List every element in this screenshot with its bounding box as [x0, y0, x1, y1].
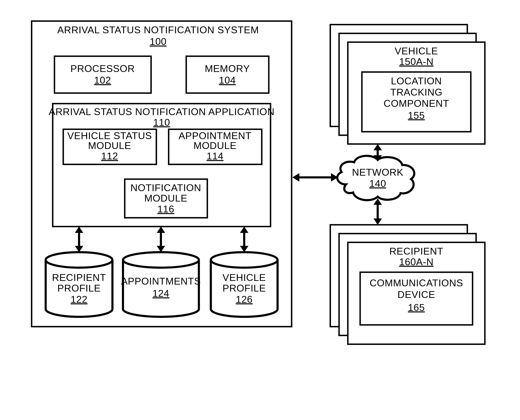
rp-line2: PROFILE [58, 283, 101, 294]
apptm-line2: MODULE [194, 140, 237, 151]
notif-line1: NOTIFICATION [130, 182, 201, 193]
location-tracking-component-box: LOCATION TRACKING COMPONENT 155 [362, 72, 471, 132]
svg-point-8 [123, 252, 199, 268]
ltc-line1: LOCATION [391, 75, 442, 86]
vehicle-stack: VEHICLE 150A-N LOCATION TRACKING COMPONE… [330, 25, 485, 144]
memory-box: MEMORY 104 [186, 56, 269, 93]
application-ref: 110 [153, 117, 170, 128]
svg-marker-35 [374, 218, 382, 225]
svg-point-9 [211, 252, 278, 268]
notif-ref: 116 [157, 203, 174, 215]
system-title: ARRIVAL STATUS NOTIFICATION SYSTEM [57, 24, 259, 35]
arrow-system-network [292, 173, 338, 182]
vsm-line2: MODULE [88, 140, 131, 151]
vehicle-profile-store: VEHICLE PROFILE 126 [211, 252, 278, 317]
memory-ref: 104 [219, 75, 236, 86]
arrow-network-recipient [374, 198, 382, 225]
svg-point-7 [46, 252, 113, 268]
ltc-line2: TRACKING [390, 87, 442, 98]
svg-marker-27 [374, 144, 382, 150]
svg-marker-20 [292, 173, 299, 182]
notif-line2: MODULE [144, 193, 187, 204]
system-ref: 100 [150, 36, 167, 47]
vehicle-ref: 150A-N [399, 56, 434, 67]
application-block: ARRIVAL STATUS NOTIFICATION APPLICATION … [49, 104, 275, 226]
vehicle-status-module-box: VEHICLE STATUS MODULE 112 [63, 129, 156, 165]
appointment-module-box: APPOINTMENT MODULE 114 [169, 129, 262, 165]
apptm-ref: 114 [206, 150, 224, 162]
cd-line2: DEVICE [398, 289, 435, 300]
processor-ref: 102 [94, 75, 111, 86]
vp-ref: 126 [236, 294, 253, 305]
memory-label: MEMORY [205, 63, 250, 74]
appt-ref: 124 [152, 288, 170, 299]
recipient-stack: RECIPIENT 160A-N COMMUNICATIONS DEVICE 1… [330, 225, 485, 344]
diagram-root: ARRIVAL STATUS NOTIFICATION SYSTEM 100 P… [0, 0, 520, 351]
processor-label: PROCESSOR [70, 63, 135, 74]
application-title: ARRIVAL STATUS NOTIFICATION APPLICATION [49, 106, 275, 117]
ltc-line3: COMPONENT [384, 98, 449, 109]
network-ref: 140 [369, 178, 386, 189]
cd-line1: COMMUNICATIONS [370, 278, 463, 288]
appointments-store: APPOINTMENTS 124 [121, 252, 201, 317]
network-label: NETWORK [352, 167, 404, 178]
notification-module-box: NOTIFICATION MODULE 116 [125, 179, 207, 218]
cd-ref: 165 [408, 302, 425, 313]
recipient-profile-store: RECIPIENT PROFILE 122 [46, 252, 113, 317]
rp-ref: 122 [71, 294, 88, 305]
appt-line1: APPOINTMENTS [121, 276, 201, 287]
ltc-ref: 155 [408, 110, 425, 121]
system-block: ARRIVAL STATUS NOTIFICATION SYSTEM 100 P… [31, 21, 291, 327]
vehicle-label: VEHICLE [395, 45, 438, 56]
processor-box: PROCESSOR 102 [54, 56, 151, 93]
vsm-line1: VEHICLE STATUS [67, 130, 152, 141]
rp-line1: RECIPIENT [52, 272, 106, 283]
vsm-ref: 112 [101, 150, 118, 162]
network-cloud: NETWORK 140 [337, 156, 414, 200]
recipient-ref: 160A-N [399, 256, 434, 267]
vp-line2: PROFILE [223, 283, 266, 294]
recipient-label: RECIPIENT [389, 246, 443, 257]
vp-line1: VEHICLE [223, 272, 266, 283]
communications-device-box: COMMUNICATIONS DEVICE 165 [360, 272, 473, 325]
apptm-line1: APPOINTMENT [179, 130, 252, 141]
